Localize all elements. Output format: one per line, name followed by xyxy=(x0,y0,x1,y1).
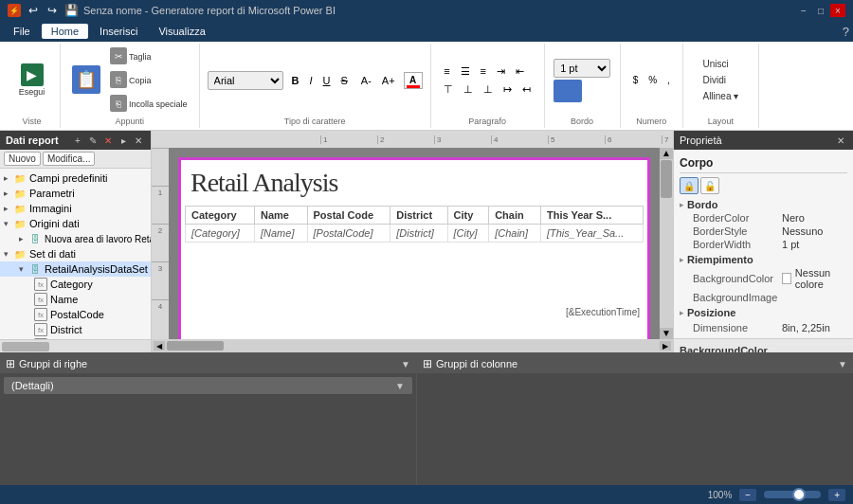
align-top-button[interactable]: ⊤ xyxy=(439,81,458,98)
incolla-speciale-button[interactable]: ⎗ Incolla speciale xyxy=(106,93,191,115)
taglia-icon: ✂ xyxy=(110,47,127,64)
rtl-button[interactable]: ↤ xyxy=(517,81,535,98)
vertical-scrollbar[interactable]: ▲ ▼ xyxy=(660,148,673,339)
border-group-header[interactable]: ▸ Bordo xyxy=(680,198,847,211)
tree-item-category[interactable]: fx Category xyxy=(0,277,151,292)
bold-button[interactable]: B xyxy=(287,73,304,88)
scroll-thumb[interactable] xyxy=(661,160,672,198)
close-button[interactable]: × xyxy=(830,4,845,17)
outdent-button[interactable]: ⇤ xyxy=(511,63,529,80)
scroll-down-button[interactable]: ▼ xyxy=(660,328,673,339)
menu-home[interactable]: Home xyxy=(42,24,88,39)
ribbon-group-border: 1 pt Bordo xyxy=(545,44,621,128)
align-right-button[interactable]: ≡ xyxy=(476,63,491,80)
scroll-right-button[interactable]: ▶ xyxy=(660,341,671,351)
border-color-button[interactable] xyxy=(554,80,582,102)
canvas-hscroll[interactable]: ◀ ▶ xyxy=(152,339,673,352)
font-family-select[interactable]: Arial xyxy=(208,71,283,90)
tree-item[interactable]: ▸ 📁 Immagini xyxy=(0,201,151,216)
menu-file[interactable]: File xyxy=(4,24,40,39)
align-bottom-button[interactable]: ⊥ xyxy=(479,81,498,98)
ruler-v-mark: 2 xyxy=(152,224,169,261)
tree-item-dataset[interactable]: ▾ 🗄 RetailAnalysisDataSet xyxy=(0,261,151,277)
close-panel-icon[interactable]: ✕ xyxy=(132,134,145,147)
col-header-thisyears: This Year S... xyxy=(540,207,643,225)
indent-button[interactable]: ⇥ xyxy=(492,63,510,80)
unlock-icon[interactable]: 🔓 xyxy=(700,177,719,194)
quick-access-2[interactable]: ↪ xyxy=(45,4,59,17)
esegui-button[interactable]: ▶ Esegui xyxy=(15,62,49,99)
cell-city: [City] xyxy=(447,225,489,243)
comma-button[interactable]: , xyxy=(662,73,675,87)
align-left-button[interactable]: ≡ xyxy=(439,63,454,80)
groups-righe-expand[interactable]: ▼ xyxy=(401,359,410,369)
scroll-left-button[interactable]: ◀ xyxy=(154,341,165,351)
folder-icon: 📁 xyxy=(13,247,27,261)
fill-group-header[interactable]: ▸ Riempimento xyxy=(680,253,847,266)
underline-button[interactable]: U xyxy=(318,73,336,88)
tree-item[interactable]: ▸ 📁 Campi predefiniti xyxy=(0,171,151,186)
left-panel-icons: + ✎ ✕ ▸ ✕ xyxy=(71,134,145,147)
numero-group-label: Numero xyxy=(636,115,666,126)
tree-label: Category xyxy=(50,279,93,290)
edit-icon[interactable]: ✎ xyxy=(86,134,100,147)
help-icon[interactable]: ? xyxy=(843,25,849,39)
quick-access-1[interactable]: ↩ xyxy=(27,4,40,17)
quick-access-3[interactable]: 💾 xyxy=(64,4,78,17)
currency-button[interactable]: $ xyxy=(628,73,644,87)
ruler-mark: 1 xyxy=(320,135,377,144)
unisci-button[interactable]: Unisci xyxy=(699,57,742,71)
ltr-button[interactable]: ↦ xyxy=(499,81,517,98)
italic-button[interactable]: I xyxy=(305,73,318,88)
percent-button[interactable]: % xyxy=(644,73,662,87)
groups-colonne-expand[interactable]: ▼ xyxy=(838,359,847,369)
nuovo-button[interactable]: Nuovo xyxy=(4,152,41,166)
delete-icon[interactable]: ✕ xyxy=(101,134,115,147)
ruler-mark: 4 xyxy=(491,135,548,144)
tree-item-postalcode[interactable]: fx PostalCode xyxy=(0,307,151,322)
tree-label: Campi predefiniti xyxy=(29,172,108,184)
zoom-thumb[interactable] xyxy=(792,488,806,501)
tree-item-district[interactable]: fx District xyxy=(0,322,151,337)
incolla-button[interactable]: 📋 xyxy=(68,63,104,97)
zoom-minus-button[interactable]: − xyxy=(739,489,756,501)
tree-item[interactable]: ▸ 📁 Parametri xyxy=(0,186,151,201)
taglia-button[interactable]: ✂ Taglia xyxy=(106,45,191,67)
align-middle-button[interactable]: ⊥ xyxy=(459,81,478,98)
border-select[interactable]: 1 pt xyxy=(554,59,610,78)
more-icon[interactable]: ▸ xyxy=(117,134,130,147)
tree-item[interactable]: ▾ 📁 Origini dati xyxy=(0,216,151,231)
maximize-button[interactable]: □ xyxy=(813,4,828,17)
position-group-header[interactable]: ▸ Posizione xyxy=(680,306,847,319)
bgcolor-checkbox[interactable] xyxy=(782,273,791,284)
right-section-corpo: Corpo 🔒 🔓 ▸ Bordo BorderColor Nero Borde… xyxy=(674,150,853,338)
zoom-slider[interactable] xyxy=(764,491,821,498)
minimize-button[interactable]: − xyxy=(796,4,811,17)
zoom-percent: 100% xyxy=(708,490,733,500)
scroll-up-button[interactable]: ▲ xyxy=(660,148,673,159)
strikethrough-button[interactable]: S xyxy=(336,73,353,88)
font-color-button[interactable]: A xyxy=(404,72,423,89)
field-icon: fx xyxy=(34,308,47,321)
tree-item-name[interactable]: fx Name xyxy=(0,292,151,307)
align-center-button[interactable]: ☰ xyxy=(456,63,475,80)
grid-icon-right: ⊞ xyxy=(423,357,432,370)
menu-inserisci[interactable]: Inserisci xyxy=(90,24,147,39)
dettagli-group-item[interactable]: (Dettagli) ▼ xyxy=(4,377,412,394)
allinea-button[interactable]: Allinea ▾ xyxy=(699,89,742,103)
dividi-button[interactable]: Dividi xyxy=(699,73,742,87)
zoom-plus-button[interactable]: + xyxy=(828,489,845,501)
bottom-right-content xyxy=(417,373,853,485)
right-panel-close[interactable]: ✕ xyxy=(834,134,847,147)
font-larger-button[interactable]: A+ xyxy=(377,73,400,88)
modifica-button[interactable]: Modifica... xyxy=(43,152,96,166)
menu-visualizza[interactable]: Visualizza xyxy=(149,24,214,39)
tree-item[interactable]: ▾ 📁 Set di dati xyxy=(0,246,151,261)
left-panel-hscroll[interactable] xyxy=(0,339,151,352)
tree-item[interactable]: ▸ 🗄 Nuova area di lavoro Retail A... xyxy=(0,231,151,246)
new-icon[interactable]: + xyxy=(71,134,84,147)
report-page[interactable]: Retail Analysis Category Name Postal Cod… xyxy=(178,157,650,339)
copia-button[interactable]: ⎘ Copia xyxy=(106,69,191,91)
font-smaller-button[interactable]: A- xyxy=(356,73,376,88)
lock-icon[interactable]: 🔒 xyxy=(680,177,699,194)
